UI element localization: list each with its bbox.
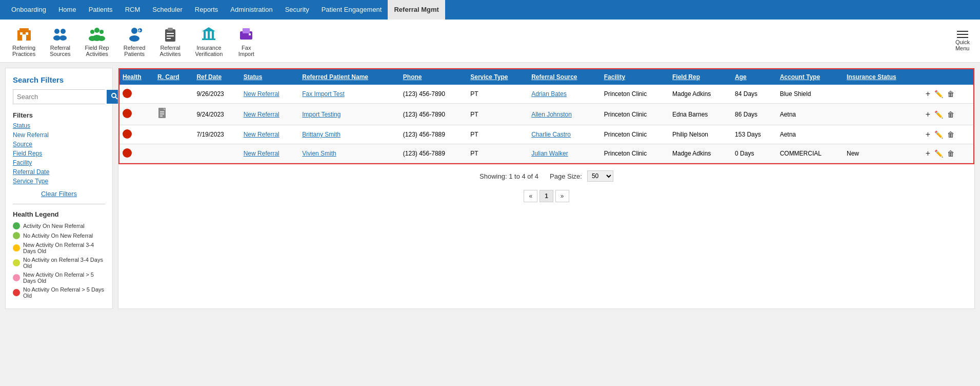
cell-health: [119, 85, 154, 104]
cell-status[interactable]: New Referral: [241, 85, 299, 104]
filter-status-value[interactable]: New Referral: [13, 131, 105, 139]
delete-button[interactable]: 🗑: [946, 89, 955, 99]
delete-button[interactable]: 🗑: [946, 109, 955, 120]
svg-marker-24: [202, 27, 215, 31]
subnav-referring-practices[interactable]: ReferringPractices: [5, 23, 43, 59]
edit-button[interactable]: ✏️: [933, 89, 944, 99]
col-insurance-status[interactable]: Insurance Status: [844, 69, 922, 85]
subnav-field-rep-activities-label: Field RepActivities: [85, 45, 109, 57]
subnav-referred-patients[interactable]: + ReferredPatients: [116, 23, 153, 59]
svg-point-12: [89, 36, 96, 41]
edit-button[interactable]: ✏️: [933, 109, 944, 120]
col-rcard[interactable]: R. Card: [154, 69, 193, 85]
cell-patient-name[interactable]: Import Testing: [299, 104, 400, 125]
cell-phone: (123) 456-7890: [400, 85, 467, 104]
health-indicator: [123, 129, 132, 139]
cell-referral-source[interactable]: Julian Walker: [528, 144, 601, 163]
svg-point-11: [90, 30, 94, 34]
filter-source[interactable]: Source: [13, 141, 105, 148]
nav-home[interactable]: Home: [52, 0, 83, 20]
nav-reports[interactable]: Reports: [189, 0, 225, 20]
legend-dot-pink: [13, 274, 20, 281]
add-button[interactable]: +: [925, 129, 931, 140]
subnav-field-rep-activities[interactable]: Field RepActivities: [78, 23, 116, 59]
filters-section: Filters Status New Referral Source Field…: [13, 111, 105, 198]
subnav-insurance-verification[interactable]: InsuranceVerification: [188, 23, 230, 59]
col-health[interactable]: Health: [119, 69, 154, 85]
legend-dot-green-active: [13, 222, 20, 229]
nav-patient-engagement[interactable]: Patient Engagement: [315, 0, 388, 20]
cell-status[interactable]: New Referral: [241, 125, 299, 144]
svg-point-13: [99, 30, 104, 34]
nav-patients[interactable]: Patients: [83, 0, 119, 20]
subnav-referring-practices-label: ReferringPractices: [12, 45, 35, 57]
add-button[interactable]: +: [925, 88, 931, 100]
delete-button[interactable]: 🗑: [946, 148, 955, 159]
quick-menu-button[interactable]: QuickMenu: [950, 29, 975, 53]
cell-status[interactable]: New Referral: [241, 144, 299, 163]
cell-phone: (123) 456-7889: [400, 125, 467, 144]
col-field-rep[interactable]: Field Rep: [669, 69, 732, 85]
cell-age: 0 Days: [732, 144, 777, 163]
cell-referral-source[interactable]: Charlie Castro: [528, 125, 601, 144]
filter-service-type[interactable]: Service Type: [13, 178, 105, 185]
cell-rcard: [154, 125, 193, 144]
legend-label-1: Activity On New Referral: [23, 223, 85, 229]
search-input[interactable]: [13, 90, 107, 104]
filter-facility[interactable]: Facility: [13, 159, 105, 166]
cell-actions: + ✏️ 🗑: [922, 125, 973, 144]
add-button[interactable]: +: [925, 148, 931, 159]
cell-referral-source[interactable]: Adrian Bates: [528, 85, 601, 104]
subnav-referral-sources[interactable]: ReferralSources: [43, 23, 77, 59]
nav-onboarding[interactable]: Onboarding: [5, 0, 52, 20]
cell-ref-date: 9/24/2023: [193, 104, 240, 125]
svg-rect-27: [212, 31, 214, 38]
cell-age: 84 Days: [732, 85, 777, 104]
cell-patient-name[interactable]: Brittany Smith: [299, 125, 400, 144]
cell-phone: (123) 456-7889: [400, 144, 467, 163]
cell-actions: + ✏️ 🗑: [922, 104, 973, 125]
cell-patient-name[interactable]: Fax Import Test: [299, 85, 400, 104]
nav-scheduler[interactable]: Scheduler: [146, 0, 189, 20]
col-account-type[interactable]: Account Type: [777, 69, 844, 85]
svg-point-33: [112, 93, 116, 98]
nav-administration[interactable]: Administration: [224, 0, 278, 20]
cell-patient-name[interactable]: Vivien Smith: [299, 144, 400, 163]
cell-status[interactable]: New Referral: [241, 104, 299, 125]
add-button[interactable]: +: [925, 109, 931, 120]
col-ref-date[interactable]: Ref Date: [193, 69, 240, 85]
col-status[interactable]: Status: [241, 69, 299, 85]
page-1-button[interactable]: 1: [539, 190, 553, 202]
svg-rect-4: [26, 32, 28, 35]
cell-referral-source[interactable]: Allen Johnston: [528, 104, 601, 125]
prev-page-button[interactable]: «: [524, 190, 537, 202]
filter-field-reps[interactable]: Field Reps: [13, 150, 105, 157]
cell-account-type: Aetna: [777, 104, 844, 125]
col-patient-name[interactable]: Referred Patient Name: [299, 69, 400, 85]
edit-button[interactable]: ✏️: [933, 129, 944, 140]
subnav-referral-activites[interactable]: ReferralActivites: [152, 23, 188, 59]
nav-security[interactable]: Security: [279, 0, 315, 20]
legend-item-6: No Activity On Referral > 5 Days Old: [13, 286, 105, 299]
page-size-select[interactable]: 25 50 100: [587, 170, 613, 182]
clear-filters-link[interactable]: Clear Filters: [13, 190, 105, 198]
nav-referral-mgmt[interactable]: Referral Mgmt: [388, 0, 445, 20]
delete-button[interactable]: 🗑: [946, 129, 955, 140]
nav-rcm[interactable]: RCM: [119, 0, 147, 20]
subnav-fax-import[interactable]: FaxImport: [230, 23, 263, 59]
col-facility[interactable]: Facility: [601, 69, 669, 85]
table-row: New ReferralVivien Smith(123) 456-7889PT…: [119, 144, 973, 163]
table-header-row: Health R. Card Ref Date Status Referred …: [119, 69, 973, 85]
cell-health: [119, 125, 154, 144]
next-page-button[interactable]: »: [555, 190, 569, 202]
svg-rect-1: [19, 28, 29, 31]
col-service-type[interactable]: Service Type: [467, 69, 528, 85]
edit-button[interactable]: ✏️: [933, 148, 944, 159]
sidebar-title: Search Filters: [13, 75, 105, 84]
bank-icon: [199, 25, 218, 43]
col-phone[interactable]: Phone: [400, 69, 467, 85]
filter-referral-date[interactable]: Referral Date: [13, 168, 105, 176]
col-referral-source[interactable]: Referral Source: [528, 69, 601, 85]
col-age[interactable]: Age: [732, 69, 777, 85]
filter-status[interactable]: Status: [13, 122, 105, 129]
